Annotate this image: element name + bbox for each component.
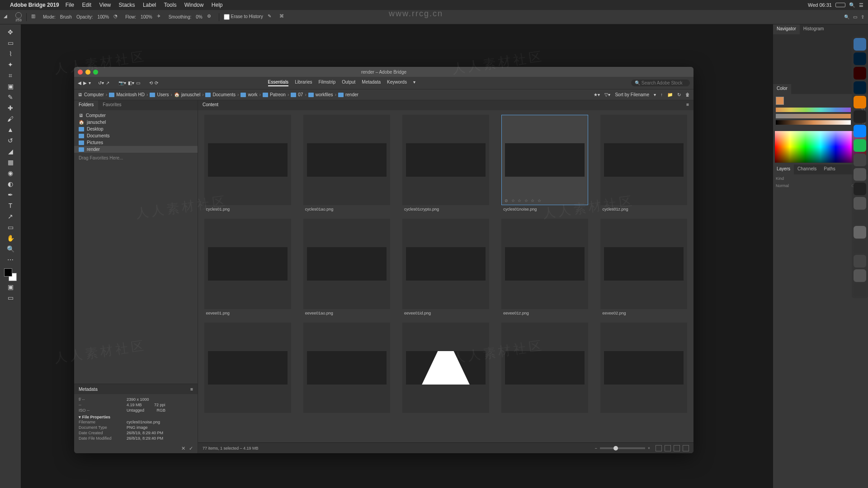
- folder-item[interactable]: Documents: [74, 132, 198, 139]
- ws-essentials[interactable]: Essentials: [268, 80, 289, 86]
- tab-color[interactable]: Color: [773, 84, 791, 94]
- crumb-hd[interactable]: Macintosh HD: [109, 92, 145, 97]
- wand-tool-icon[interactable]: ✦: [5, 60, 15, 70]
- filter-ratings-icon[interactable]: ★▾: [594, 92, 600, 97]
- dock-ps-icon[interactable]: [854, 52, 866, 65]
- tab-folders[interactable]: Folders: [74, 100, 98, 110]
- opacity-value[interactable]: 100%: [98, 14, 109, 19]
- panel-menu-icon[interactable]: ≡: [190, 387, 193, 392]
- app-name[interactable]: Adobe Bridge 2019: [10, 2, 59, 8]
- workspace-icon[interactable]: ▭: [853, 14, 857, 19]
- zoom-in-icon[interactable]: +: [648, 446, 650, 450]
- dock-app7-icon[interactable]: [854, 255, 866, 267]
- menu-stacks[interactable]: Stacks: [119, 2, 135, 8]
- dock-app3-icon[interactable]: [854, 168, 866, 181]
- dock-app4-icon[interactable]: [854, 197, 866, 210]
- frame-tool-icon[interactable]: ▣: [5, 81, 15, 91]
- crop-tool-icon[interactable]: ⌗: [5, 70, 15, 80]
- stamp-tool-icon[interactable]: ▲: [5, 125, 15, 135]
- menu-edit[interactable]: Edit: [82, 2, 91, 8]
- light-slider[interactable]: [776, 120, 851, 125]
- folder-item[interactable]: render: [74, 146, 198, 153]
- flow-value[interactable]: 100%: [141, 14, 152, 19]
- tab-layers[interactable]: Layers: [773, 164, 794, 174]
- ws-output[interactable]: Output: [342, 80, 355, 86]
- thumb-size-slider[interactable]: [600, 447, 645, 449]
- thumbnail[interactable]: cycles01z.png: [597, 115, 691, 211]
- crumb-user[interactable]: 🏠 januschel: [174, 92, 200, 97]
- brush-settings-icon[interactable]: ✎: [268, 14, 275, 21]
- crumb-patreon[interactable]: Patreon: [263, 92, 286, 97]
- shape-tool-icon[interactable]: ▭: [5, 222, 15, 232]
- thumbnail[interactable]: cycles01crypto.png: [399, 115, 492, 211]
- menu-icon[interactable]: ☰: [859, 2, 863, 8]
- eraser-tool-icon[interactable]: ◢: [4, 14, 11, 21]
- zoom-out-icon[interactable]: −: [594, 446, 597, 450]
- view-details-icon[interactable]: [674, 445, 680, 451]
- thumbnail[interactable]: [300, 323, 393, 415]
- eyedropper-tool-icon[interactable]: ✎: [5, 92, 15, 102]
- meta-apply-icon[interactable]: ✓: [189, 446, 193, 451]
- folder-item[interactable]: Desktop: [74, 126, 198, 132]
- rotate-icon[interactable]: ↻: [677, 92, 681, 97]
- crumb-workfiles[interactable]: workfiles: [308, 92, 333, 97]
- type-tool-icon[interactable]: T: [5, 201, 15, 211]
- thumbnail[interactable]: [201, 323, 294, 415]
- pen-tool-icon[interactable]: ✒: [5, 190, 15, 200]
- thumbnail[interactable]: [498, 323, 592, 415]
- tab-channels[interactable]: Channels: [794, 164, 820, 174]
- history-brush-tool-icon[interactable]: ↺: [5, 136, 15, 145]
- crumb-docs[interactable]: Documents: [205, 92, 236, 97]
- fg-swatch[interactable]: [776, 97, 784, 105]
- tablet-pressure-icon[interactable]: ▥: [31, 14, 38, 21]
- crumb-07[interactable]: 07: [291, 92, 303, 97]
- search-input[interactable]: 🔍 Search Adobe Stock: [631, 80, 690, 86]
- thumbnail[interactable]: eevee01id.png: [399, 219, 492, 315]
- pressure-opacity-icon[interactable]: ◔: [113, 14, 121, 21]
- tab-navigator[interactable]: Navigator: [773, 24, 800, 34]
- folder-item[interactable]: 🏠 januschel: [74, 119, 198, 126]
- folder-item[interactable]: 🖥 Computer: [74, 112, 198, 119]
- smoothing-value[interactable]: 0%: [196, 14, 202, 19]
- dock-trash-icon[interactable]: [854, 284, 866, 296]
- sort-asc-icon[interactable]: ↑: [660, 92, 663, 97]
- sat-slider[interactable]: [776, 114, 851, 118]
- airbrush-icon[interactable]: ✈: [157, 14, 164, 21]
- erase-history-toggle[interactable]: Erase to History: [224, 14, 263, 20]
- forward-button[interactable]: ▶: [83, 80, 87, 85]
- content-menu-icon[interactable]: ≡: [686, 102, 689, 107]
- screenmode-icon[interactable]: ▭: [5, 293, 15, 303]
- color-swatches[interactable]: [4, 268, 17, 281]
- trash-icon[interactable]: 🗑: [685, 92, 690, 97]
- parent-button[interactable]: ▾: [89, 80, 91, 85]
- thumbnail[interactable]: ⊘ ☆ ☆ ☆ ☆ ☆cycles01noise.png: [498, 115, 592, 211]
- gear-icon[interactable]: ⚙: [207, 14, 214, 21]
- crumb-render[interactable]: render: [338, 92, 359, 97]
- back-button[interactable]: ◀: [78, 80, 81, 85]
- menu-help[interactable]: Help: [212, 2, 223, 8]
- dock-app5-icon[interactable]: [854, 211, 866, 224]
- close-icon[interactable]: [78, 70, 83, 75]
- new-folder-icon[interactable]: 📁: [667, 92, 673, 97]
- symmetry-icon[interactable]: ⌘: [279, 14, 287, 21]
- share-icon[interactable]: ⇪: [861, 14, 864, 19]
- thumbnail[interactable]: eevee02.png: [597, 219, 691, 315]
- refresh-icon[interactable]: ⟲: [149, 80, 153, 85]
- open-icon[interactable]: ▭: [136, 80, 140, 85]
- dock-lr-icon[interactable]: [854, 81, 866, 94]
- brush-size[interactable]: 253: [15, 12, 22, 22]
- view-list-icon[interactable]: [683, 445, 689, 451]
- thumbnail[interactable]: eevee01.png: [201, 219, 294, 315]
- menu-tools[interactable]: Tools: [164, 2, 176, 8]
- folder-item[interactable]: Pictures: [74, 139, 198, 146]
- camera-icon[interactable]: 📷▾: [118, 80, 126, 85]
- crumb-work[interactable]: work: [241, 92, 257, 97]
- reveal-icon[interactable]: ↗: [106, 80, 109, 85]
- search-icon[interactable]: 🔍: [849, 2, 855, 8]
- dock-ai-icon[interactable]: [854, 67, 866, 80]
- menu-file[interactable]: File: [66, 2, 74, 8]
- rating[interactable]: ⊘ ☆ ☆ ☆ ☆ ☆: [505, 198, 542, 203]
- lasso-tool-icon[interactable]: ⌇: [5, 49, 15, 59]
- dock-terminal-icon[interactable]: [854, 183, 866, 195]
- menu-view[interactable]: View: [99, 2, 111, 8]
